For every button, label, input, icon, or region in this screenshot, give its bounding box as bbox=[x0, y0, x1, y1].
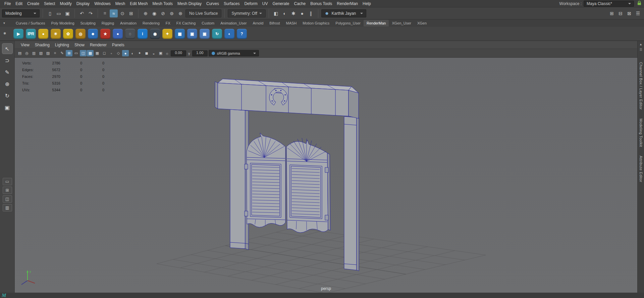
ambient-occlusion-icon[interactable]: ◒ bbox=[150, 50, 157, 56]
menu-item[interactable]: Help bbox=[360, 0, 373, 7]
tab-channel-box[interactable]: Channel Box / Layer Editor bbox=[639, 62, 643, 110]
shelf-tab[interactable]: Curves / Surfaces bbox=[13, 20, 48, 27]
render-view-icon[interactable]: ◧ bbox=[272, 9, 280, 17]
menu-item[interactable]: Deform bbox=[242, 0, 260, 7]
input-operations-icon[interactable]: ⊛ bbox=[176, 9, 184, 17]
lock-icon[interactable] bbox=[637, 1, 641, 6]
panel-menu-item[interactable]: Lighting bbox=[52, 42, 72, 48]
live-surface-field[interactable]: No Live Surface bbox=[185, 9, 221, 17]
shelf-tab[interactable]: Sculpting bbox=[77, 20, 99, 27]
shelf-tab[interactable]: Custom bbox=[199, 20, 217, 27]
layout-single-pane-icon[interactable]: ▭ bbox=[3, 178, 12, 185]
save-scene-icon[interactable]: ▣ bbox=[63, 9, 71, 17]
shelf-tab[interactable]: Rendering bbox=[140, 20, 163, 27]
shelf-tab[interactable]: Motion Graphics bbox=[300, 20, 332, 27]
select-tool-icon[interactable]: ↖ bbox=[2, 44, 12, 54]
bookmark-icon[interactable]: ▧ bbox=[38, 50, 44, 56]
undo-icon[interactable]: ↶ bbox=[78, 9, 86, 17]
camera-attributes-icon[interactable]: ▥ bbox=[31, 50, 37, 56]
shelf-gear-icon[interactable]: ✱ bbox=[3, 32, 6, 35]
menu-item[interactable]: Cache bbox=[291, 0, 308, 7]
shelf-tab[interactable]: Arnold bbox=[250, 20, 267, 27]
layout-four-pane-icon[interactable]: ⊞ bbox=[3, 187, 12, 194]
shadows-icon[interactable]: ◼ bbox=[143, 50, 150, 56]
pan-zoom-2d-icon[interactable]: ⌗ bbox=[52, 50, 58, 56]
open-scene-icon[interactable]: ▭ bbox=[55, 9, 63, 17]
menu-item[interactable]: File bbox=[2, 0, 13, 7]
anti-alias-icon[interactable]: ▣ bbox=[157, 50, 164, 56]
grid-toggle-icon[interactable]: ⊞ bbox=[66, 50, 72, 56]
menu-item[interactable]: Modify bbox=[57, 0, 74, 7]
shelf-tab[interactable]: FX Caching bbox=[173, 20, 199, 27]
flower-shader-icon[interactable]: ✿ bbox=[63, 29, 73, 39]
gamma-field[interactable]: 1.00 bbox=[192, 50, 208, 56]
panel-menu-item[interactable]: Shading bbox=[32, 42, 52, 48]
move-tool-icon[interactable]: ⊕ bbox=[2, 79, 12, 89]
menu-item[interactable]: Edit Mesh bbox=[127, 0, 150, 7]
blue-sphere-icon[interactable]: ● bbox=[113, 29, 123, 39]
image-tool-icon[interactable]: ▣ bbox=[187, 29, 197, 39]
pose-editor-icon[interactable]: ⊟ bbox=[616, 9, 625, 17]
colorspace-dropdown[interactable]: sRGB gamma bbox=[209, 50, 259, 56]
snap-together-icon[interactable]: ⊕ bbox=[142, 9, 150, 17]
workspace-dropdown[interactable]: Maya Classic* bbox=[584, 1, 634, 7]
menu-item[interactable]: Mesh Tools bbox=[150, 0, 175, 7]
shelf-tab[interactable]: Animation_User bbox=[217, 20, 250, 27]
field-chart-icon[interactable]: ▦ bbox=[94, 50, 101, 56]
menu-item[interactable]: Select bbox=[42, 0, 57, 7]
swirl-sphere-icon[interactable]: ◐ bbox=[224, 29, 234, 39]
preview-sphere-icon[interactable]: ● bbox=[38, 29, 48, 39]
renderman-ipr-icon[interactable]: IPR bbox=[26, 29, 36, 39]
character-light-icon[interactable]: ☻ bbox=[88, 29, 98, 39]
make-live-icon[interactable]: ◉ bbox=[150, 9, 158, 17]
sun-light-icon[interactable]: ☀ bbox=[51, 29, 61, 39]
tab-attribute-editor[interactable]: Attribute Editor bbox=[639, 156, 643, 182]
use-all-lights-icon[interactable]: ✦ bbox=[136, 50, 143, 56]
lpe-table-icon[interactable]: ▦ bbox=[175, 29, 185, 39]
wireframe-mode-icon[interactable]: ◇ bbox=[115, 50, 122, 56]
panel-menu-item[interactable]: Renderer bbox=[87, 42, 109, 48]
menu-item[interactable]: Display bbox=[74, 0, 92, 7]
textured-mode-icon[interactable]: ◐ bbox=[129, 50, 136, 56]
star-burst-icon[interactable]: ★ bbox=[100, 29, 110, 39]
menu-item[interactable]: Surfaces bbox=[221, 0, 242, 7]
shelf-tab[interactable]: Rigging bbox=[99, 20, 117, 27]
new-scene-icon[interactable]: ▯ bbox=[46, 9, 54, 17]
shelf-tab[interactable]: XGen_User bbox=[389, 20, 414, 27]
shelf-tab[interactable]: Polygons_User bbox=[332, 20, 364, 27]
info-icon[interactable]: i bbox=[138, 29, 148, 39]
menu-item[interactable]: UV bbox=[260, 0, 270, 7]
exposure-field[interactable]: 0.00 bbox=[171, 50, 186, 56]
panel-menu-item[interactable]: Show bbox=[72, 42, 87, 48]
layout-split-pane-icon[interactable]: ◫ bbox=[3, 195, 12, 203]
panel-menu-item[interactable]: Panels bbox=[109, 42, 127, 48]
menu-item[interactable]: Generate bbox=[270, 0, 291, 7]
menu-item[interactable]: Edit bbox=[13, 0, 25, 7]
scale-tool-icon[interactable]: ▣ bbox=[2, 102, 12, 112]
shelf-tab[interactable]: MASH bbox=[283, 20, 300, 27]
menu-item[interactable]: Curves bbox=[204, 0, 221, 7]
view-axis-gizmo[interactable]: y bbox=[19, 268, 38, 287]
menu-item[interactable]: RenderMan bbox=[334, 0, 360, 7]
shelf-tab[interactable]: XGen bbox=[414, 20, 430, 27]
tab-modeling-toolkit[interactable]: Modeling Toolkit bbox=[639, 118, 643, 147]
outliner-toggle-icon[interactable]: ☰ bbox=[634, 9, 642, 17]
gamma-icon[interactable]: γ bbox=[188, 51, 190, 55]
safe-title-icon[interactable]: ▫ bbox=[108, 50, 115, 56]
snap-to-plane-icon[interactable]: ⊞ bbox=[127, 9, 135, 17]
shaded-mode-icon[interactable]: ● bbox=[122, 50, 129, 56]
object-details-icon[interactable]: ⊞ bbox=[608, 9, 616, 17]
lasso-tool-icon[interactable]: ⊃ bbox=[2, 55, 12, 65]
snap-to-curve-icon[interactable]: ≈ bbox=[110, 9, 118, 17]
grease-pencil-icon[interactable]: ✎ bbox=[59, 50, 65, 56]
layout-outliner-icon[interactable]: ▥ bbox=[3, 204, 12, 211]
refresh-orbit-icon[interactable]: ↻ bbox=[212, 29, 222, 39]
menu-item[interactable]: Mesh bbox=[113, 0, 127, 7]
help-icon[interactable]: ? bbox=[237, 29, 247, 39]
inspect-eye-icon[interactable]: ◉ bbox=[150, 29, 160, 39]
menu-set-dropdown[interactable]: Modeling bbox=[2, 9, 40, 17]
chevron-up-icon[interactable]: ▲ bbox=[639, 43, 642, 48]
highlight-selection-icon[interactable]: ⊚ bbox=[168, 9, 176, 17]
selection-mask-icon[interactable]: ⊘ bbox=[159, 9, 167, 17]
select-camera-icon[interactable]: ▤ bbox=[16, 50, 23, 56]
